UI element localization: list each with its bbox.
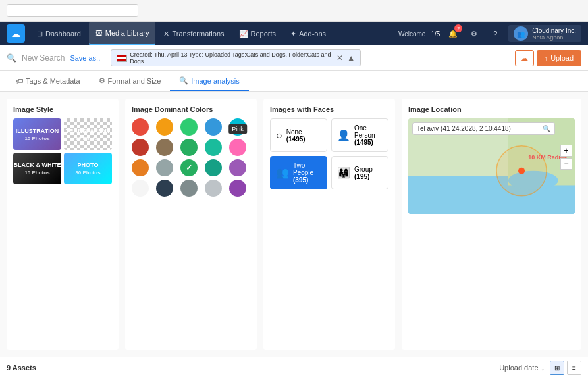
face-one-person[interactable]: 👤 One Person (1495) [331, 118, 388, 152]
filter-flag-icon [117, 55, 127, 62]
nav-item-dashboard[interactable]: ⊞ Dashboard [30, 22, 88, 45]
nav-item-media-library[interactable]: 🖼 Media Library [89, 22, 156, 45]
company-name: Cloudinary Inc. [532, 27, 576, 34]
color-dot-darkpurple[interactable] [229, 180, 246, 197]
map-controls: + − [560, 145, 572, 170]
assets-controls: Upload date ↓ ⊞ ≡ [499, 361, 581, 375]
search-icon[interactable]: 🔍 [7, 53, 16, 63]
svg-point-5 [518, 168, 525, 174]
format-icon: ⚙ [99, 76, 105, 85]
filter-sort-button[interactable]: ▲ [347, 53, 355, 63]
user-section[interactable]: 👥 Cloudinary Inc. Neta Agnon [508, 25, 581, 42]
map-section: Image Location 10 KM Radius Tel aviv (41… [402, 99, 581, 350]
nav-logo[interactable]: ☁ [7, 24, 25, 43]
colors-section: Image Dominant Colors Pink [125, 99, 257, 350]
map-title: Image Location [408, 105, 575, 113]
user-avatar: 👥 [514, 26, 528, 41]
analysis-icon: 🔍 [179, 76, 188, 85]
nav-left: ☁ ⊞ Dashboard 🖼 Media Library ✕ Transfor… [7, 22, 333, 45]
help-button[interactable]: ? [487, 26, 503, 41]
face-two-icon: 👥 [276, 166, 289, 179]
sort-dir-icon: ↓ [541, 364, 545, 372]
nav-item-addons[interactable]: ✦ Add-ons [284, 22, 333, 45]
tab-format-size[interactable]: ⚙ Format and Size [90, 71, 171, 91]
color-dot-orange[interactable] [156, 118, 173, 136]
tab-tags-metadata[interactable]: 🏷 Tags & Metadata [7, 72, 90, 91]
map-location-text: Tel aviv (41 24.2028, 2 10.4418) [417, 125, 511, 132]
color-dot-darkteal[interactable] [205, 159, 222, 176]
color-dot-red[interactable] [132, 118, 149, 136]
color-dot-medgreen[interactable] [180, 159, 198, 176]
faces-title: Images with Faces [270, 105, 388, 113]
color-grid: Pink [132, 118, 250, 197]
new-search-label[interactable]: New Search [22, 53, 65, 63]
grid-view-button[interactable]: ⊞ [550, 361, 564, 375]
nav-item-transformations[interactable]: ✕ Transformations [157, 22, 230, 45]
color-dot-medgray[interactable] [180, 180, 198, 197]
url-input[interactable]: digital-asset-management [7, 4, 138, 17]
color-dot-gray[interactable] [156, 159, 173, 176]
tags-icon: 🏷 [16, 77, 23, 85]
top-nav: ☁ ⊞ Dashboard 🖼 Media Library ✕ Transfor… [0, 22, 588, 45]
face-group[interactable]: 👨‍👩‍👧 Group (195) [331, 156, 388, 189]
style-grid: ILLUSTRATION 15 Photos TRANSPARENT 10 Ph… [13, 118, 112, 184]
settings-button[interactable]: ⚙ [466, 26, 482, 41]
upload-area: ☁ ↑ Upload [515, 50, 581, 66]
color-dot-white[interactable] [132, 180, 149, 197]
nav-item-reports[interactable]: 📈 Reports [232, 22, 283, 45]
image-style-title: Image Style [13, 105, 112, 113]
search-bar: 🔍 New Search Save as.. Created: Thu, Apr… [0, 45, 588, 71]
sort-control[interactable]: Upload date ↓ [499, 364, 545, 372]
style-illustration[interactable]: ILLUSTRATION 15 Photos [13, 118, 61, 150]
map-zoom-out[interactable]: − [560, 158, 572, 170]
addons-icon: ✦ [290, 30, 296, 38]
colors-title: Image Dominant Colors [132, 105, 250, 113]
faces-section: Images with Faces ○ None (1495) 👤 One Pe… [263, 99, 395, 350]
map-search-bar[interactable]: Tel aviv (41 24.2028, 2 10.4418) 🔍 [412, 122, 555, 135]
save-as-button[interactable]: Save as.. [70, 54, 100, 62]
color-dot-darkgreen[interactable] [180, 139, 198, 156]
welcome-num: 1/5 [431, 30, 440, 38]
reports-icon: 📈 [239, 30, 248, 38]
color-dot-teal[interactable] [205, 139, 222, 156]
tab-image-analysis[interactable]: 🔍 Image analysis [170, 71, 248, 91]
media-library-icon: 🖼 [95, 29, 103, 37]
face-two-people[interactable]: 👥 Two People (395) [270, 156, 327, 189]
color-dot-darkorange[interactable] [132, 159, 149, 176]
color-dot-lightgray[interactable] [205, 180, 222, 197]
style-photo[interactable]: PHOTO 30 Photos [64, 153, 112, 184]
notification-badge: 2 [454, 24, 462, 32]
style-transparent[interactable]: TRANSPARENT 10 Photos [64, 118, 112, 150]
map-container: 10 KM Radius Tel aviv (41 24.2028, 2 10.… [408, 118, 575, 214]
list-view-button[interactable]: ≡ [567, 361, 581, 375]
main-content: Image Style ILLUSTRATION 15 Photos TRANS… [0, 92, 588, 357]
color-dot-pink[interactable]: Pink [229, 139, 246, 156]
color-dot-blue[interactable] [205, 118, 222, 136]
style-bw[interactable]: BLACK & WHITE 15 Photos [13, 153, 61, 184]
map-search-icon[interactable]: 🔍 [543, 125, 550, 132]
assets-count: 9 Assets [7, 364, 36, 372]
filter-pill: Created: Thu, April 13 Type: Uploaded Ta… [111, 49, 361, 66]
address-bar: digital-asset-management [0, 0, 588, 22]
welcome-label: Welcome [398, 30, 426, 38]
upload-button[interactable]: ↑ Upload [537, 50, 581, 66]
assets-bar: 9 Assets Upload date ↓ ⊞ ≡ [0, 357, 588, 377]
notifications-button[interactable]: 🔔 2 [445, 26, 461, 41]
tab-bar: 🏷 Tags & Metadata ⚙ Format and Size 🔍 Im… [0, 71, 588, 92]
cloud-button[interactable]: ☁ [515, 50, 534, 66]
dashboard-icon: ⊞ [37, 30, 43, 38]
nav-right: Welcome 1/5 🔔 2 ⚙ ? 👥 Cloudinary Inc. Ne… [398, 25, 581, 42]
face-none-icon: ○ [276, 130, 282, 141]
color-dot-purple[interactable] [229, 159, 246, 176]
color-dot-tan[interactable] [156, 139, 173, 156]
color-dot-darkblue[interactable] [156, 180, 173, 197]
face-none[interactable]: ○ None (1495) [270, 118, 327, 152]
filter-text: Created: Thu, April 13 Type: Uploaded Ta… [130, 51, 334, 64]
color-dot-darkred[interactable] [132, 139, 149, 156]
faces-grid: ○ None (1495) 👤 One Person (1495) 👥 Two … [270, 118, 388, 189]
filter-clear-button[interactable]: ✕ [336, 53, 343, 63]
color-dot-green[interactable] [180, 118, 198, 136]
view-icons: ⊞ ≡ [550, 361, 581, 375]
map-zoom-in[interactable]: + [560, 145, 572, 157]
image-style-section: Image Style ILLUSTRATION 15 Photos TRANS… [7, 99, 119, 350]
